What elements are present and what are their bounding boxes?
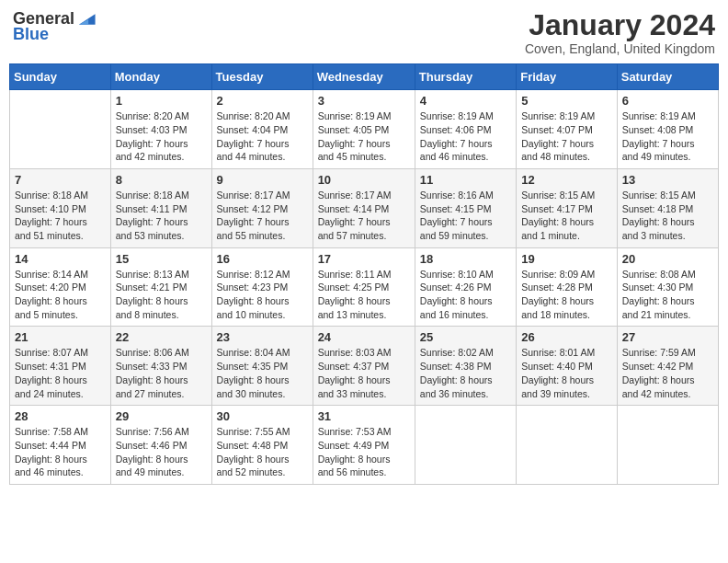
- day-info: Sunrise: 7:58 AMSunset: 4:44 PMDaylight:…: [15, 425, 106, 479]
- calendar-cell: 29Sunrise: 7:56 AMSunset: 4:46 PMDayligh…: [110, 406, 211, 485]
- header-monday: Monday: [110, 64, 211, 90]
- location-subtitle: Coven, England, United Kingdom: [525, 41, 715, 56]
- day-info: Sunrise: 8:17 AMSunset: 4:14 PMDaylight:…: [318, 189, 410, 243]
- calendar-cell: 3Sunrise: 8:19 AMSunset: 4:05 PMDaylight…: [313, 90, 415, 169]
- calendar-cell: 26Sunrise: 8:01 AMSunset: 4:40 PMDayligh…: [517, 327, 618, 406]
- header-friday: Friday: [517, 64, 618, 90]
- calendar-cell: 15Sunrise: 8:13 AMSunset: 4:21 PMDayligh…: [110, 247, 211, 327]
- day-info: Sunrise: 8:20 AMSunset: 4:03 PMDaylight:…: [116, 109, 207, 164]
- day-number: 23: [217, 330, 308, 344]
- day-number: 15: [116, 252, 207, 266]
- day-info: Sunrise: 7:55 AMSunset: 4:48 PMDaylight:…: [217, 425, 308, 479]
- day-info: Sunrise: 8:08 AMSunset: 4:30 PMDaylight:…: [622, 268, 713, 322]
- day-info: Sunrise: 8:14 AMSunset: 4:20 PMDaylight:…: [15, 268, 106, 322]
- day-number: 27: [622, 330, 713, 344]
- day-number: 8: [116, 173, 207, 187]
- calendar-cell: 23Sunrise: 8:04 AMSunset: 4:35 PMDayligh…: [211, 327, 313, 406]
- week-row-4: 21Sunrise: 8:07 AMSunset: 4:31 PMDayligh…: [10, 327, 719, 406]
- calendar-cell: 19Sunrise: 8:09 AMSunset: 4:28 PMDayligh…: [517, 247, 618, 327]
- header-saturday: Saturday: [617, 64, 718, 90]
- day-number: 21: [15, 330, 106, 344]
- day-info: Sunrise: 8:17 AMSunset: 4:12 PMDaylight:…: [217, 189, 308, 243]
- header-sunday: Sunday: [10, 64, 111, 90]
- logo: General Blue: [13, 9, 97, 44]
- day-info: Sunrise: 8:06 AMSunset: 4:33 PMDaylight:…: [116, 346, 207, 400]
- calendar-header-row: SundayMondayTuesdayWednesdayThursdayFrid…: [10, 64, 719, 90]
- calendar-cell: 14Sunrise: 8:14 AMSunset: 4:20 PMDayligh…: [10, 247, 111, 327]
- calendar-cell: 13Sunrise: 8:15 AMSunset: 4:18 PMDayligh…: [617, 168, 718, 247]
- day-info: Sunrise: 7:59 AMSunset: 4:42 PMDaylight:…: [622, 346, 713, 400]
- day-info: Sunrise: 8:18 AMSunset: 4:10 PMDaylight:…: [15, 189, 106, 243]
- calendar-cell: 5Sunrise: 8:19 AMSunset: 4:07 PMDaylight…: [517, 90, 618, 169]
- calendar-cell: 2Sunrise: 8:20 AMSunset: 4:04 PMDaylight…: [211, 90, 313, 169]
- logo-icon: [76, 9, 97, 29]
- calendar-cell: 27Sunrise: 7:59 AMSunset: 4:42 PMDayligh…: [617, 327, 718, 406]
- day-info: Sunrise: 7:56 AMSunset: 4:46 PMDaylight:…: [116, 425, 207, 479]
- calendar-cell: [617, 406, 718, 485]
- day-number: 12: [521, 173, 612, 187]
- calendar-cell: [517, 406, 618, 485]
- calendar-cell: 6Sunrise: 8:19 AMSunset: 4:08 PMDaylight…: [617, 90, 718, 169]
- calendar-cell: 16Sunrise: 8:12 AMSunset: 4:23 PMDayligh…: [211, 247, 313, 327]
- day-number: 22: [116, 330, 207, 344]
- calendar-cell: 28Sunrise: 7:58 AMSunset: 4:44 PMDayligh…: [10, 406, 111, 485]
- day-number: 9: [217, 173, 308, 187]
- calendar-cell: 18Sunrise: 8:10 AMSunset: 4:26 PMDayligh…: [415, 247, 516, 327]
- header-thursday: Thursday: [415, 64, 516, 90]
- day-info: Sunrise: 8:18 AMSunset: 4:11 PMDaylight:…: [116, 189, 207, 243]
- calendar-cell: 10Sunrise: 8:17 AMSunset: 4:14 PMDayligh…: [313, 168, 415, 247]
- day-info: Sunrise: 8:03 AMSunset: 4:37 PMDaylight:…: [318, 346, 410, 400]
- calendar-cell: [10, 90, 111, 169]
- calendar-cell: 9Sunrise: 8:17 AMSunset: 4:12 PMDaylight…: [211, 168, 313, 247]
- calendar-cell: [415, 406, 516, 485]
- calendar-cell: 25Sunrise: 8:02 AMSunset: 4:38 PMDayligh…: [415, 327, 516, 406]
- day-info: Sunrise: 8:10 AMSunset: 4:26 PMDaylight:…: [420, 268, 511, 322]
- calendar-cell: 17Sunrise: 8:11 AMSunset: 4:25 PMDayligh…: [313, 247, 415, 327]
- day-number: 29: [116, 409, 207, 423]
- calendar-cell: 1Sunrise: 8:20 AMSunset: 4:03 PMDaylight…: [110, 90, 211, 169]
- day-info: Sunrise: 8:20 AMSunset: 4:04 PMDaylight:…: [217, 109, 308, 164]
- calendar-cell: 12Sunrise: 8:15 AMSunset: 4:17 PMDayligh…: [517, 168, 618, 247]
- calendar-cell: 21Sunrise: 8:07 AMSunset: 4:31 PMDayligh…: [10, 327, 111, 406]
- month-title: January 2024: [525, 9, 715, 41]
- day-info: Sunrise: 8:04 AMSunset: 4:35 PMDaylight:…: [217, 346, 308, 400]
- day-info: Sunrise: 8:15 AMSunset: 4:18 PMDaylight:…: [622, 189, 713, 243]
- page-header: General Blue January 2024 Coven, England…: [9, 9, 719, 56]
- day-info: Sunrise: 8:15 AMSunset: 4:17 PMDaylight:…: [521, 189, 612, 243]
- calendar-cell: 20Sunrise: 8:08 AMSunset: 4:30 PMDayligh…: [617, 247, 718, 327]
- day-number: 16: [217, 252, 308, 266]
- day-number: 10: [318, 173, 410, 187]
- day-number: 19: [521, 252, 612, 266]
- day-info: Sunrise: 8:01 AMSunset: 4:40 PMDaylight:…: [521, 346, 612, 400]
- day-number: 14: [15, 252, 106, 266]
- header-wednesday: Wednesday: [313, 64, 415, 90]
- day-number: 11: [420, 173, 511, 187]
- day-info: Sunrise: 8:09 AMSunset: 4:28 PMDaylight:…: [521, 268, 612, 322]
- calendar-cell: 30Sunrise: 7:55 AMSunset: 4:48 PMDayligh…: [211, 406, 313, 485]
- day-info: Sunrise: 8:07 AMSunset: 4:31 PMDaylight:…: [15, 346, 106, 400]
- day-info: Sunrise: 8:19 AMSunset: 4:08 PMDaylight:…: [622, 109, 713, 164]
- day-info: Sunrise: 8:12 AMSunset: 4:23 PMDaylight:…: [217, 268, 308, 322]
- day-number: 28: [15, 409, 106, 423]
- day-number: 1: [116, 94, 207, 108]
- day-number: 26: [521, 330, 612, 344]
- calendar-cell: 22Sunrise: 8:06 AMSunset: 4:33 PMDayligh…: [110, 327, 211, 406]
- day-number: 31: [318, 409, 410, 423]
- day-info: Sunrise: 8:13 AMSunset: 4:21 PMDaylight:…: [116, 268, 207, 322]
- week-row-3: 14Sunrise: 8:14 AMSunset: 4:20 PMDayligh…: [10, 247, 719, 327]
- day-number: 24: [318, 330, 410, 344]
- day-number: 13: [622, 173, 713, 187]
- day-number: 30: [217, 409, 308, 423]
- day-number: 25: [420, 330, 511, 344]
- day-number: 2: [217, 94, 308, 108]
- week-row-1: 1Sunrise: 8:20 AMSunset: 4:03 PMDaylight…: [10, 90, 719, 169]
- day-number: 6: [622, 94, 713, 108]
- day-info: Sunrise: 8:19 AMSunset: 4:06 PMDaylight:…: [420, 109, 511, 164]
- calendar-cell: 24Sunrise: 8:03 AMSunset: 4:37 PMDayligh…: [313, 327, 415, 406]
- day-number: 20: [622, 252, 713, 266]
- day-number: 7: [15, 173, 106, 187]
- day-number: 3: [318, 94, 410, 108]
- day-number: 18: [420, 252, 511, 266]
- day-info: Sunrise: 8:16 AMSunset: 4:15 PMDaylight:…: [420, 189, 511, 243]
- week-row-5: 28Sunrise: 7:58 AMSunset: 4:44 PMDayligh…: [10, 406, 719, 485]
